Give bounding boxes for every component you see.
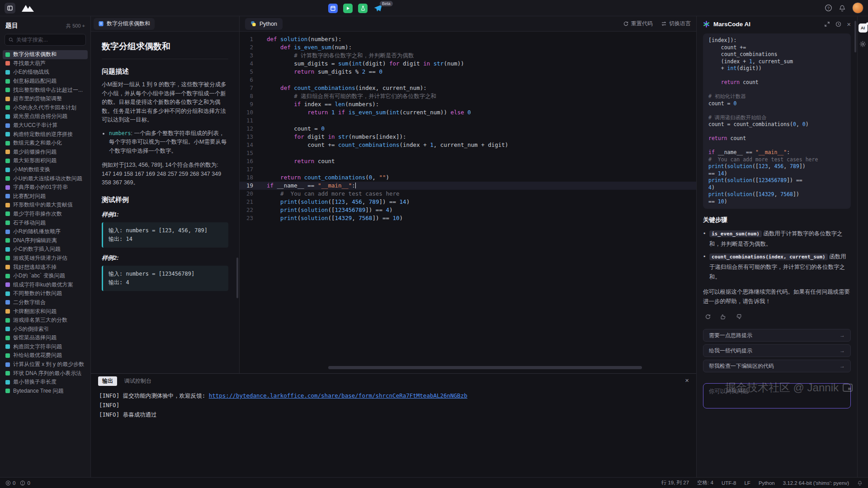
code-line[interactable]: 13 for digit in str(numbers[index]): — [240, 133, 696, 141]
sidebar-item[interactable]: 数字分组求偶数和 — [3, 50, 88, 59]
ai-toggle-button[interactable]: AI — [859, 23, 868, 33]
code-line[interactable]: 21 print(solution([123, 456, 789]) == 14… — [240, 198, 696, 206]
status-item[interactable]: Python — [759, 480, 775, 486]
console-tab[interactable]: 调试控制台 — [124, 377, 151, 385]
sidebar-item[interactable]: 小D的 `abc` 变换问题 — [3, 272, 88, 281]
telegram-button[interactable]: Beta — [373, 3, 384, 13]
code-line[interactable]: 22 print(solution([123456789]) == 4) — [240, 206, 696, 214]
sidebar-item[interactable]: 小M的数组变换 — [3, 165, 88, 174]
suggestion-button[interactable]: 给我一些代码提示→ — [703, 344, 851, 357]
sidebar-item[interactable]: 小R的随机播放顺序 — [3, 227, 88, 236]
ai-panel-scrollbar[interactable] — [854, 21, 856, 52]
user-avatar[interactable] — [852, 2, 863, 14]
sidebar-toggle-button[interactable] — [5, 3, 15, 14]
sidebar-item[interactable]: Bytedance Tree 问题 — [3, 387, 88, 396]
sidebar-item[interactable]: 最少字符串操作次数 — [3, 210, 88, 219]
expand-panel-icon[interactable] — [824, 21, 830, 27]
sidebar-item[interactable]: 最少前缀操作问题 — [3, 148, 88, 157]
close-ai-panel-icon[interactable]: × — [847, 21, 851, 28]
sidebar-item[interactable]: 小U的最大连续移动次数问题 — [3, 174, 88, 183]
settings-button[interactable] — [859, 41, 866, 47]
search-input[interactable] — [16, 37, 82, 43]
horizontal-scrollbar[interactable] — [240, 366, 696, 370]
sidebar-item[interactable]: 组成字符串ku的最优方案 — [3, 280, 88, 289]
switch-language-button[interactable]: 切换语言 — [661, 20, 691, 28]
thumbs-up-button[interactable] — [718, 312, 728, 322]
scrollbar-thumb[interactable] — [328, 366, 642, 369]
regenerate-button[interactable] — [703, 312, 713, 322]
warnings-indicator[interactable]: 0 — [20, 480, 30, 486]
code-line[interactable]: 6 — [240, 76, 696, 84]
suggestion-button[interactable]: 需要一点思路提示→ — [703, 329, 851, 342]
sidebar-item[interactable]: 字典序最小的01字符串 — [3, 183, 88, 192]
sidebar-item[interactable]: 构造回文字符串问题 — [3, 343, 88, 352]
test-button[interactable] — [358, 4, 368, 13]
code-editor[interactable]: 1def solution(numbers):2 def is_even_sum… — [240, 32, 696, 373]
sidebar-item[interactable]: 最小替换子串长度 — [3, 378, 88, 387]
close-console-icon[interactable]: × — [685, 376, 689, 384]
code-line[interactable]: 18 return count_combinations(0, "") — [240, 174, 696, 182]
sidebar-item[interactable]: 最大矩形面积问题 — [3, 156, 88, 165]
sidebar-item[interactable]: 卡牌翻面求和问题 — [3, 307, 88, 316]
app-logo[interactable] — [21, 4, 36, 13]
sidebar-item[interactable]: 环状 DNA 序列的最小表示法 — [3, 369, 88, 378]
sidebar-item[interactable]: 观光景点组合得分问题 — [3, 112, 88, 121]
errors-indicator[interactable]: 0 — [5, 480, 15, 486]
history-icon[interactable] — [835, 21, 841, 27]
search-box[interactable] — [5, 34, 86, 46]
notifications-button[interactable] — [839, 5, 846, 12]
status-item[interactable]: 空格: 4 — [697, 479, 713, 486]
sidebar-item[interactable]: 计算从位置 x 到 y 的最少步数 — [3, 360, 88, 369]
suggestion-button[interactable]: 帮我检查一下编辑区的代码→ — [703, 360, 851, 372]
code-line[interactable]: 17 — [240, 165, 696, 174]
sidebar-item[interactable]: 饭馆菜品选择问题 — [3, 333, 88, 343]
code-line[interactable]: 3 # 计算数字的各位数字之和，并判断是否为偶数 — [240, 52, 696, 60]
code-line[interactable]: 2 def is_even_sum(num): — [240, 43, 696, 52]
sidebar-item[interactable]: 小E的怪物战线 — [3, 68, 88, 77]
sidebar-item[interactable]: 构造特定数组的逆序拼接 — [3, 130, 88, 139]
console-tab[interactable]: 输出 — [98, 376, 117, 386]
sidebar-item[interactable]: 不同整数的计数问题 — [3, 289, 88, 298]
sidebar-item[interactable]: 游戏英雄升级潜力评估 — [3, 254, 88, 263]
sidebar-item[interactable]: 数组元素之和最小化 — [3, 139, 88, 148]
tab-python[interactable]: Python — [245, 18, 283, 30]
code-line[interactable]: 20 # You can add more test cases here — [240, 190, 696, 198]
code-line[interactable]: 10 return 1 if is_even_sum(int(current_n… — [240, 108, 696, 117]
console-link[interactable]: https://bytedance.larkoffice.com/share/b… — [209, 392, 467, 399]
thumbs-down-button[interactable] — [734, 312, 744, 322]
code-line[interactable]: 12 count = 0 — [240, 125, 696, 133]
sidebar-item[interactable]: 比赛配对问题 — [3, 192, 88, 201]
problem-tab[interactable]: 数字分组求偶数和 — [94, 18, 155, 30]
code-line[interactable]: 23 print(solution([14329, 7568]) == 10) — [240, 214, 696, 222]
sidebar-item[interactable]: 我好想逃却逃不掉 — [3, 263, 88, 272]
run-button[interactable] — [343, 4, 353, 13]
sidebar-item[interactable]: DNA序列编辑距离 — [3, 236, 88, 245]
sidebar-item[interactable]: 最大UCC子串计算 — [3, 121, 88, 130]
code-line[interactable]: 16 return count — [240, 157, 696, 165]
sidebar-item[interactable]: 石子移动问题 — [3, 218, 88, 227]
chat-input[interactable] — [703, 383, 851, 408]
status-notifications-button[interactable] — [857, 480, 863, 486]
code-line[interactable]: 5 return sum_digits % 2 == 0 — [240, 68, 696, 76]
sidebar-item[interactable]: 小S的倒排索引 — [3, 324, 88, 333]
sidebar-item[interactable]: 找出整型数组中占比超过一... — [3, 85, 88, 94]
code-line[interactable]: 19if __name__ == "__main__": — [240, 182, 696, 190]
status-item[interactable]: LF — [744, 480, 750, 486]
problem-scrollbar[interactable] — [236, 258, 238, 298]
code-line[interactable]: 11 — [240, 117, 696, 125]
code-line[interactable]: 14 count += count_combinations(index + 1… — [240, 141, 696, 149]
status-item[interactable]: UTF-8 — [722, 480, 736, 486]
code-line[interactable]: 4 sum_digits = sum(int(digit) for digit … — [240, 60, 696, 68]
sidebar-item[interactable]: 游戏排名第三大的分数 — [3, 316, 88, 325]
reset-code-button[interactable]: 重置代码 — [623, 20, 653, 28]
help-button[interactable]: ? — [825, 4, 832, 12]
editor-tool-button[interactable] — [328, 4, 338, 13]
code-line[interactable]: 9 if index == len(numbers): — [240, 100, 696, 108]
sidebar-item[interactable]: 小C的数字插入问题 — [3, 245, 88, 254]
status-item[interactable]: 行 19, 列 27 — [661, 479, 689, 486]
sidebar-item[interactable]: 补给站最优花费问题 — [3, 351, 88, 360]
sidebar-item[interactable]: 超市里的货物架调整 — [3, 94, 88, 103]
sidebar-item[interactable]: 环形数组中的最大贡献值 — [3, 201, 88, 210]
code-line[interactable]: 1def solution(numbers): — [240, 35, 696, 43]
code-line[interactable]: 7 def count_combinations(index, current_… — [240, 84, 696, 92]
